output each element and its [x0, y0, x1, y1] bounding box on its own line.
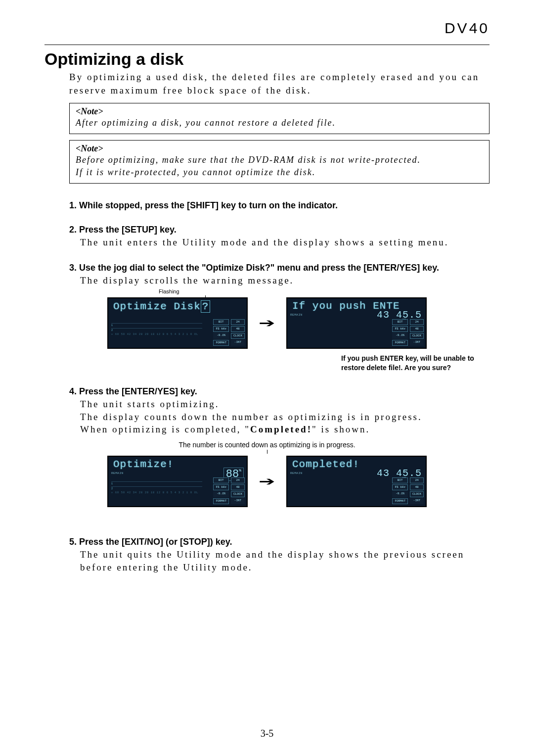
lcd-flashing-char: ? [201, 300, 211, 313]
remain-label: REMAIN [290, 313, 303, 317]
step-4: 4. Press the [ENTER/YES] key. The unit s… [69, 386, 490, 436]
lcd-completed: Completed! 43 45.5 REMAIN MB BIT24 FS kH… [286, 456, 427, 507]
fs-value: 48 [410, 484, 424, 490]
step-5: 5. Press the [EXIT/NO] (or [STOP]) key. … [69, 537, 490, 573]
figure2-caption-top: The number is counted down as optimizing… [44, 441, 490, 454]
lcd-warning-scroll: If you push ENTE 43 45.5 REMAIN MB BIT24… [286, 297, 427, 349]
manual-page: DV40 Optimizing a disk By optimizing a u… [0, 0, 534, 756]
intro-paragraph: By optimizing a used disk, the deleted f… [69, 71, 490, 97]
figure-row-1: Flashing Optimize Disk? 1 2 ∞ 60 50 42 3… [44, 297, 490, 349]
caption-text: The number is counted down as optimizing… [178, 441, 355, 449]
step4-line2: The display counts down the number as op… [80, 412, 422, 422]
step-body: The unit starts optimizing. The display … [80, 398, 490, 436]
figure1-caption: If you push ENTER key, will be unable to… [64, 354, 490, 373]
var-label: -0.1% [213, 491, 229, 497]
step4-line3a: When optimizing is completed, " [80, 424, 250, 434]
lcd-optimizing: Optimize! 88% REMAIN 1 2 ∞ 60 50 42 34 2… [107, 456, 248, 507]
lcd-badges: BIT24 FS kHz48 -0.1%CLOCK FORMAT-INT [392, 319, 424, 346]
step-2: 2. Press the [SETUP] key. The unit enter… [69, 225, 490, 249]
figure-row-2: Optimize! 88% REMAIN 1 2 ∞ 60 50 42 34 2… [44, 456, 490, 507]
bit-label: BIT [392, 319, 408, 325]
fs-value: 48 [410, 326, 424, 332]
format-label: FORMAT [213, 498, 229, 504]
clock-value: -INT [410, 340, 424, 346]
bit-value: 24 [410, 477, 424, 483]
meter-scale: ∞ 60 50 42 34 28 20 18 12 8 6 5 4 3 2 1 … [111, 333, 198, 336]
var-label: -0.1% [213, 333, 229, 339]
lcd-badges: BIT24 FS kHz48 -0.1%CLOCK FORMAT-INT [392, 477, 424, 504]
clock-value: -INT [231, 498, 245, 504]
lcd-main-pre: Optimize Disk [113, 301, 201, 312]
percent-sign: % [239, 468, 241, 472]
step-body: The unit quits the Utility mode and the … [80, 548, 490, 573]
format-label: FORMAT [392, 340, 408, 346]
flashing-label: Flashing [159, 288, 179, 294]
header-rule [44, 45, 490, 45]
lcd-badges: BIT24 FS kHz48 -0.1%CLOCK FORMAT-INT [213, 477, 245, 504]
page-number: 3-5 [0, 728, 534, 739]
format-label: FORMAT [213, 340, 229, 346]
fs-label: FS kHz [213, 484, 229, 490]
page-title: Optimizing a disk [44, 49, 490, 69]
step-body: The display scrolls the warning message. [80, 274, 490, 287]
clock-label: CLOCK [231, 491, 245, 497]
note-body: After optimizing a disk, you cannot rest… [76, 117, 483, 129]
step-head: 5. Press the [EXIT/NO] (or [STOP]) key. [69, 537, 490, 547]
step-head: 3. Use the jog dial to select the "Optim… [69, 263, 490, 273]
bit-value: 24 [231, 319, 245, 325]
fs-label: FS kHz [392, 484, 408, 490]
remain-label: REMAIN [290, 472, 303, 475]
step-head: 4. Press the [ENTER/YES] key. [69, 386, 490, 397]
step-1: 1. While stopped, press the [SHIFT] key … [69, 200, 490, 211]
caption-tick [267, 450, 267, 454]
clock-label: CLOCK [410, 333, 424, 339]
fs-value: 48 [231, 484, 245, 490]
note-title: <Note> [76, 106, 483, 117]
fs-label: FS kHz [213, 326, 229, 332]
lcd-main-text: Optimize Disk? [113, 300, 244, 313]
step4-line3b: " is shown. [312, 424, 370, 434]
clock-label: CLOCK [231, 333, 245, 339]
step4-line1: The unit starts optimizing. [80, 399, 220, 409]
clock-value: -INT [410, 498, 424, 504]
product-logo: DV40 [445, 20, 490, 37]
step-head: 1. While stopped, press the [SHIFT] key … [69, 200, 490, 211]
lcd-panel: Optimize Disk? 1 2 ∞ 60 50 42 34 28 20 1… [107, 297, 248, 349]
arrow-right-icon: ➔ [259, 317, 275, 329]
step-head: 2. Press the [SETUP] key. [69, 225, 490, 235]
fs-label: FS kHz [392, 326, 408, 332]
bit-value: 24 [231, 477, 245, 483]
note-box-2: <Note> Before optimizing, make sure that… [69, 140, 490, 184]
fs-value: 48 [231, 326, 245, 332]
clock-label: CLOCK [410, 491, 424, 497]
note-body: Before optimizing, make sure that the DV… [76, 154, 483, 178]
note-box-1: <Note> After optimizing a disk, you cann… [69, 103, 490, 134]
note-title: <Note> [76, 143, 483, 154]
remain-label: REMAIN [111, 472, 124, 475]
bit-label: BIT [213, 477, 229, 483]
lcd-meter: 1 2 ∞ 60 50 42 34 28 20 18 12 8 6 5 4 3 … [111, 481, 202, 503]
bit-label: BIT [213, 319, 229, 325]
lcd-badges: BIT24 FS kHz48 -0.1%CLOCK FORMAT-INT [213, 319, 245, 346]
arrow-right-icon: ➔ [259, 475, 275, 487]
step-body: The unit enters the Utility mode and the… [80, 236, 490, 249]
format-label: FORMAT [392, 498, 408, 504]
var-label: -0.1% [392, 491, 408, 497]
lcd-optimize-disk: Flashing Optimize Disk? 1 2 ∞ 60 50 42 3… [107, 297, 248, 349]
meter-scale: ∞ 60 50 42 34 28 20 18 12 8 6 5 4 3 2 1 … [111, 491, 198, 494]
lcd-meter: 1 2 ∞ 60 50 42 34 28 20 18 12 8 6 5 4 3 … [111, 323, 202, 345]
bit-label: BIT [392, 477, 408, 483]
bit-value: 24 [410, 319, 424, 325]
var-label: -0.1% [392, 333, 408, 339]
step-3: 3. Use the jog dial to select the "Optim… [69, 263, 490, 287]
completed-word: Completed! [250, 424, 312, 434]
clock-value: -INT [231, 340, 245, 346]
